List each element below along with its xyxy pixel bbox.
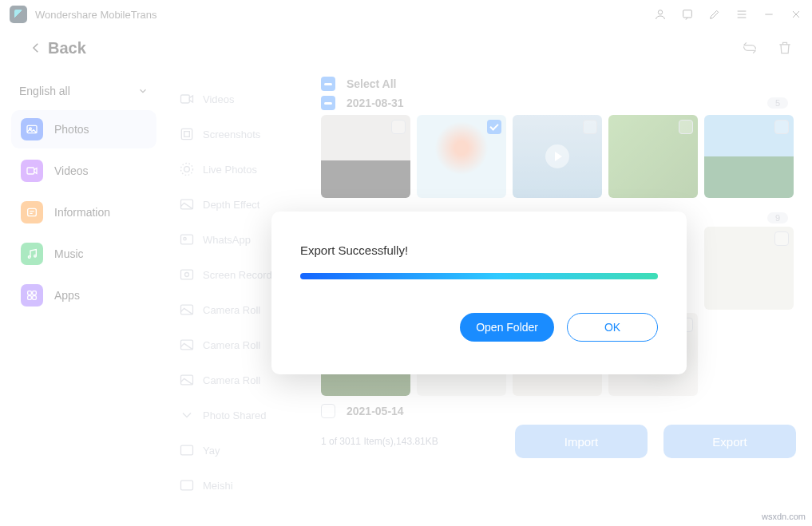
export-success-modal: Export Successfully! Open Folder OK (271, 212, 687, 374)
open-folder-button[interactable]: Open Folder (460, 313, 554, 342)
progress-bar (300, 273, 658, 279)
modal-title: Export Successfully! (300, 243, 658, 257)
watermark: wsxdn.com (762, 512, 806, 521)
ok-button[interactable]: OK (567, 313, 658, 342)
